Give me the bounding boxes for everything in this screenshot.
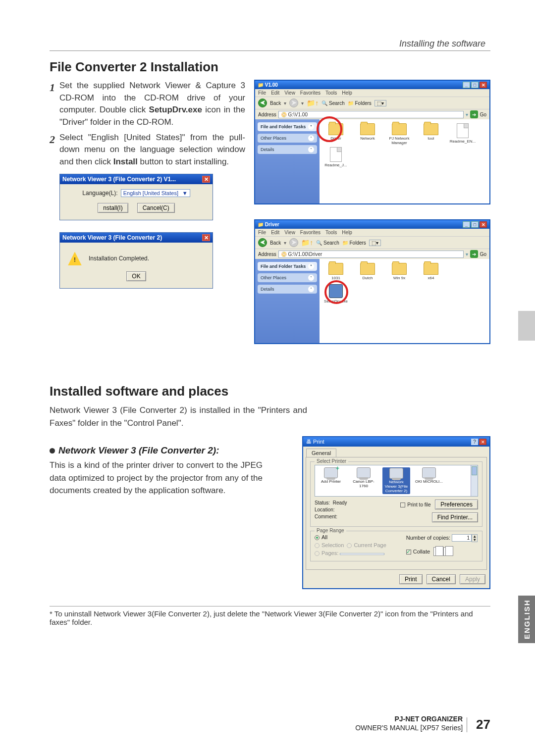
side-details[interactable]: Details˅ — [258, 285, 317, 294]
menu-favorites[interactable]: Favorites — [300, 230, 321, 235]
preferences-button[interactable]: Preferences — [435, 500, 478, 509]
menu-view[interactable]: View — [284, 90, 295, 96]
side-tasks[interactable]: File and Folder Tasks˅ — [258, 122, 317, 131]
up-icon[interactable]: 📁↑ — [307, 99, 319, 107]
search-button[interactable]: Search — [323, 240, 339, 246]
dialog-title: Network Viewer 3 (File Converter 2) V1..… — [62, 176, 176, 183]
scrollbar[interactable] — [471, 465, 478, 496]
radio-all[interactable] — [315, 535, 320, 540]
menu-view[interactable]: View — [284, 230, 295, 235]
chevron-icon[interactable]: ˅ — [308, 275, 314, 281]
tab-general[interactable]: General — [306, 449, 336, 457]
language-label: Language(L): — [82, 190, 117, 197]
files-pane[interactable]: Driver Network PJ Network Manager tool R… — [320, 119, 489, 203]
folders-button[interactable]: Folders — [355, 101, 371, 106]
views-icon[interactable]: ⬚▾ — [374, 100, 386, 106]
side-tasks[interactable]: File and Folder Tasks˅ — [258, 262, 317, 271]
footnote: * To uninstall Network Viewer 3(File Con… — [50, 606, 490, 626]
folder-icon — [360, 263, 375, 275]
folder-icon — [392, 123, 407, 135]
back-label[interactable]: Back — [270, 240, 281, 246]
chevron-icon[interactable]: ˅ — [308, 124, 314, 130]
cancel-button[interactable]: Cancel — [427, 574, 456, 584]
chevron-icon[interactable]: ˅ — [308, 263, 314, 269]
file-setupdrv[interactable]: SetupDrv.exe — [322, 284, 349, 303]
dialog-titlebar: Network Viewer 3 (File Converter 2) ✕ — [60, 233, 213, 243]
folders-button[interactable]: Folders — [349, 240, 366, 246]
folder-item[interactable]: tool — [418, 123, 444, 145]
printer-network-viewer[interactable]: Network Viewer 3(File Converter 2) — [382, 467, 410, 494]
back-icon[interactable]: ⮜ — [258, 238, 267, 247]
file-item[interactable]: Readme_J... — [322, 147, 349, 167]
address-field[interactable]: 📀 G:\V1.00\Driver — [278, 251, 464, 258]
folder-item[interactable]: Network — [354, 123, 381, 145]
chevron-icon[interactable]: ˅ — [308, 135, 314, 141]
printer-list[interactable]: Add Printer Canon LBP-1760 Network Viewe… — [315, 465, 478, 497]
address-field[interactable]: 📀 G:\V1.00 — [278, 111, 464, 118]
close-icon[interactable]: ✕ — [202, 234, 210, 241]
printer-item[interactable]: OKI MICROLI... — [415, 467, 443, 494]
minimize-icon[interactable]: _ — [463, 221, 470, 228]
menu-edit[interactable]: Edit — [271, 90, 279, 96]
cancel-button[interactable]: Cancel(C) — [137, 203, 175, 213]
menu-edit[interactable]: Edit — [271, 230, 279, 235]
step2-bold: Install — [113, 157, 138, 166]
folder-item[interactable]: Dutch — [354, 263, 381, 280]
ok-button[interactable]: OK — [126, 271, 146, 281]
views-icon[interactable]: ⬚▾ — [369, 240, 381, 246]
maximize-icon[interactable]: □ — [471, 221, 479, 228]
menu-bar[interactable]: File Edit View Favorites Tools Help — [255, 89, 489, 97]
menu-favorites[interactable]: Favorites — [300, 90, 321, 96]
location-label: Location: — [315, 506, 347, 513]
go-button[interactable]: ➔ — [470, 250, 478, 258]
file-item[interactable]: Readme_EN... — [449, 123, 476, 145]
search-button[interactable]: Search — [329, 101, 345, 106]
folder-item[interactable]: Win 9x — [386, 263, 413, 280]
back-icon[interactable]: ⮜ — [258, 99, 267, 107]
printer-add[interactable]: Add Printer — [317, 467, 345, 494]
menu-help[interactable]: Help — [342, 90, 352, 96]
side-other[interactable]: Other Places˅ — [258, 134, 317, 143]
pages-field[interactable] — [340, 553, 384, 555]
folder-driver[interactable]: Driver — [322, 123, 349, 145]
menu-file[interactable]: File — [258, 230, 266, 235]
find-printer-button[interactable]: Find Printer... — [432, 512, 478, 522]
menu-help[interactable]: Help — [342, 230, 352, 235]
minimize-icon[interactable]: _ — [463, 82, 470, 88]
up-icon[interactable]: 📁↑ — [301, 239, 313, 247]
close-icon[interactable]: ✕ — [480, 221, 487, 228]
files-pane[interactable]: 1031 Dutch Win 9x x64 SetupDrv.exe — [320, 259, 489, 343]
folder-icon — [424, 123, 438, 135]
menu-tools[interactable]: Tools — [325, 230, 337, 235]
close-icon[interactable]: ✕ — [480, 82, 487, 88]
copies-spinner[interactable]: ▲▼ — [472, 534, 478, 542]
side-details[interactable]: Details˅ — [258, 145, 317, 154]
folder-icon — [328, 123, 343, 135]
menu-file[interactable]: File — [258, 90, 266, 96]
close-icon[interactable]: ✕ — [202, 176, 210, 183]
maximize-icon[interactable]: □ — [471, 82, 479, 88]
folder-item[interactable]: x64 — [418, 263, 444, 280]
explorer-window-root: 📁 V1.00 _ □ ✕ File Edit View Favorites T… — [254, 80, 490, 204]
close-icon[interactable]: ✕ — [479, 439, 486, 445]
folder-item[interactable]: PJ Network Manager — [386, 123, 413, 145]
install-button[interactable]: nstall(I) — [98, 203, 128, 213]
copies-field[interactable]: 1 — [452, 534, 472, 542]
back-label[interactable]: Back — [270, 101, 281, 106]
chevron-icon[interactable]: ˅ — [308, 147, 314, 152]
chevron-icon[interactable]: ˅ — [308, 286, 314, 292]
print-button[interactable]: Print — [399, 574, 423, 584]
section2-subtitle: Network Viewer 3 (File Converter 2): — [50, 445, 263, 456]
language-select[interactable]: English [United States]▼ — [121, 189, 190, 197]
folder-item[interactable]: 1031 — [322, 263, 349, 280]
help-icon[interactable]: ? — [471, 439, 478, 445]
collate-checkbox[interactable] — [406, 550, 411, 554]
side-other[interactable]: Other Places˅ — [258, 273, 317, 282]
go-button[interactable]: ➔ — [470, 110, 478, 118]
installer-complete-dialog: Network Viewer 3 (File Converter 2) ✕ In… — [59, 232, 213, 289]
print-to-file-checkbox[interactable] — [400, 503, 405, 507]
menu-bar[interactable]: File Edit View Favorites Tools Help — [255, 229, 489, 236]
page-number: 27 — [476, 717, 490, 732]
printer-item[interactable]: Canon LBP-1760 — [350, 467, 377, 494]
menu-tools[interactable]: Tools — [325, 90, 337, 96]
